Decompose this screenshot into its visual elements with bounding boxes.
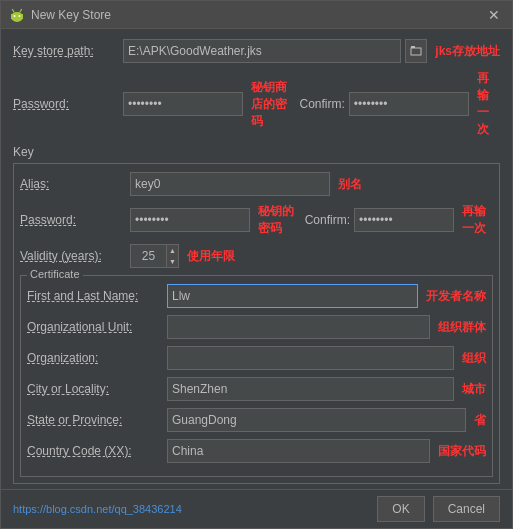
key-section-label: Key xyxy=(13,145,500,159)
validity-label: Validity (years): xyxy=(20,249,130,263)
keystore-path-field-row xyxy=(123,39,427,63)
validity-down-arrow[interactable]: ▼ xyxy=(167,256,178,267)
cancel-button[interactable]: Cancel xyxy=(433,496,500,522)
org-unit-label: Organizational Unit: xyxy=(27,320,167,334)
close-button[interactable]: ✕ xyxy=(484,5,504,25)
state-label: State or Province: xyxy=(27,413,167,427)
password-row: Password: 秘钥商店的密码 Confirm: 再输一次 xyxy=(13,70,500,138)
validity-annotation: 使用年限 xyxy=(187,248,235,265)
city-label: City or Locality: xyxy=(27,382,167,396)
city-row: City or Locality: 城市 xyxy=(27,377,486,401)
key-confirm-label: Confirm: xyxy=(305,213,350,227)
key-confirm-input[interactable] xyxy=(354,208,454,232)
certificate-group: Certificate First and Last Name: 开发者名称 O… xyxy=(20,275,493,477)
confirm-annotation: 再输一次 xyxy=(477,70,500,138)
keystore-path-annotation: jks存放地址 xyxy=(435,43,500,60)
org-unit-row: Organizational Unit: 组织群体 xyxy=(27,315,486,339)
first-last-input[interactable] xyxy=(167,284,418,308)
validity-row: Validity (years): ▲ ▼ 使用年限 xyxy=(20,244,493,268)
country-row: Country Code (XX): 国家代码 xyxy=(27,439,486,463)
svg-rect-1 xyxy=(11,14,23,19)
state-row: State or Province: 省 xyxy=(27,408,486,432)
password-input[interactable] xyxy=(123,92,243,116)
bottom-bar: https://blog.csdn.net/qq_38436214 OK Can… xyxy=(1,489,512,528)
first-last-label: First and Last Name: xyxy=(27,289,167,303)
state-input[interactable] xyxy=(167,408,466,432)
state-annotation: 省 xyxy=(474,412,486,429)
confirm-input[interactable] xyxy=(349,92,469,116)
org-annotation: 组织 xyxy=(462,350,486,367)
password-label: Password: xyxy=(13,97,123,111)
validity-input[interactable] xyxy=(131,245,166,267)
svg-rect-6 xyxy=(411,48,421,55)
key-group: Alias: 别名 Password: 秘钥的密码 Confirm: 再输一次 … xyxy=(13,163,500,484)
browse-button[interactable] xyxy=(405,39,427,63)
svg-point-2 xyxy=(14,15,16,17)
validity-up-arrow[interactable]: ▲ xyxy=(167,245,178,256)
key-password-label: Password: xyxy=(20,213,130,227)
dialog: New Key Store ✕ Key store path: jks存放地址 … xyxy=(0,0,513,529)
title-bar: New Key Store ✕ xyxy=(1,1,512,29)
ok-button[interactable]: OK xyxy=(377,496,424,522)
alias-annotation: 别名 xyxy=(338,176,362,193)
key-password-row: Password: 秘钥的密码 Confirm: 再输一次 xyxy=(20,203,493,237)
validity-spinner: ▲ ▼ xyxy=(130,244,179,268)
svg-line-4 xyxy=(13,9,15,12)
svg-point-3 xyxy=(19,15,21,17)
country-input[interactable] xyxy=(167,439,430,463)
alias-input[interactable] xyxy=(130,172,330,196)
first-last-annotation: 开发者名称 xyxy=(426,288,486,305)
watermark: https://blog.csdn.net/qq_38436214 xyxy=(13,503,182,515)
keystore-path-row: Key store path: jks存放地址 xyxy=(13,39,500,63)
city-input[interactable] xyxy=(167,377,454,401)
first-last-row: First and Last Name: 开发者名称 xyxy=(27,284,486,308)
validity-arrows: ▲ ▼ xyxy=(166,245,178,267)
org-row: Organization: 组织 xyxy=(27,346,486,370)
country-label: Country Code (XX): xyxy=(27,444,167,458)
android-icon xyxy=(9,7,25,23)
city-annotation: 城市 xyxy=(462,381,486,398)
key-confirm-annotation: 再输一次 xyxy=(462,203,493,237)
key-password-input[interactable] xyxy=(130,208,250,232)
content: Key store path: jks存放地址 Password: 秘钥商店的密… xyxy=(1,29,512,489)
org-unit-annotation: 组织群体 xyxy=(438,319,486,336)
keystore-path-label: Key store path: xyxy=(13,44,123,58)
confirm-label: Confirm: xyxy=(300,97,345,111)
key-password-annotation: 秘钥的密码 xyxy=(258,203,297,237)
svg-rect-7 xyxy=(411,46,415,48)
svg-line-5 xyxy=(20,9,22,12)
keystore-path-input[interactable] xyxy=(123,39,401,63)
dialog-title: New Key Store xyxy=(31,8,484,22)
org-label: Organization: xyxy=(27,351,167,365)
country-annotation: 国家代码 xyxy=(438,443,486,460)
password-annotation: 秘钥商店的密码 xyxy=(251,79,292,130)
certificate-legend: Certificate xyxy=(27,268,83,280)
alias-label: Alias: xyxy=(20,177,130,191)
alias-row: Alias: 别名 xyxy=(20,172,493,196)
org-input[interactable] xyxy=(167,346,454,370)
org-unit-input[interactable] xyxy=(167,315,430,339)
